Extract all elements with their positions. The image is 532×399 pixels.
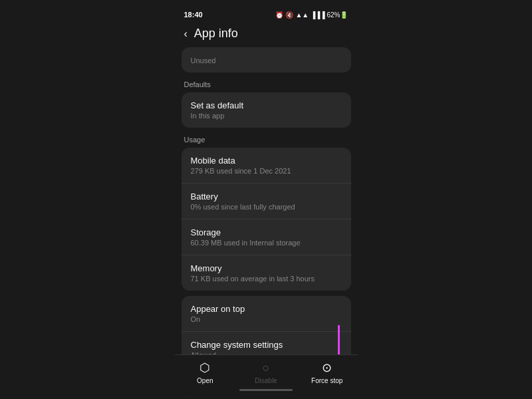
content-scroll: Unused Defaults Set as default In this a… — [175, 47, 358, 354]
truncated-text: Unused — [191, 57, 216, 65]
status-bar: 18:40 ⏰ 🔇 ▲▲ ▐▐▐ 62%🔋 — [175, 7, 358, 21]
annotation-arrow — [334, 325, 344, 354]
usage-label: Usage — [175, 130, 215, 146]
arrow-line — [338, 325, 340, 354]
battery-title: Battery — [191, 192, 342, 201]
storage-subtitle: 60.39 MB used in Internal storage — [191, 239, 342, 247]
nav-open[interactable]: ⬡ Open — [175, 355, 236, 390]
battery-item[interactable]: Battery 0% used since last fully charged — [182, 183, 351, 219]
disable-icon: ○ — [263, 361, 270, 375]
truncated-section: Unused — [182, 47, 351, 72]
change-system-settings-title: Change system settings — [191, 340, 342, 350]
app-header: ‹ App info — [175, 21, 358, 47]
home-bar — [239, 389, 293, 391]
disable-label: Disable — [255, 377, 277, 384]
home-indicator — [175, 390, 358, 392]
open-icon: ⬡ — [200, 360, 210, 375]
battery-subtitle: 0% used since last fully charged — [191, 203, 342, 211]
bottom-nav: ⬡ Open ○ Disable ⊙ Force stop — [175, 354, 358, 390]
defaults-card: Set as default In this app — [182, 92, 351, 128]
status-time: 18:40 — [184, 11, 203, 19]
appear-on-top-item[interactable]: Appear on top On — [182, 296, 351, 331]
mobile-data-item[interactable]: Mobile data 279 KB used since 1 Dec 2021 — [182, 148, 351, 183]
usage-card: Mobile data 279 KB used since 1 Dec 2021… — [182, 148, 351, 291]
change-system-settings-subtitle: Allowed — [191, 351, 342, 354]
set-as-default-item[interactable]: Set as default In this app — [182, 92, 351, 128]
set-as-default-title: Set as default — [191, 100, 342, 110]
permissions-card: Appear on top On Change system settings … — [182, 296, 351, 354]
storage-title: Storage — [191, 227, 342, 237]
signal-icon: ▐▐▐ — [311, 11, 325, 19]
force-stop-label: Force stop — [311, 377, 342, 384]
mobile-data-title: Mobile data — [191, 156, 342, 166]
mute-icon: 🔇 — [285, 11, 293, 19]
memory-item[interactable]: Memory 71 KB used on average in last 3 h… — [182, 255, 351, 291]
status-icons: ⏰ 🔇 ▲▲ ▐▐▐ 62%🔋 — [275, 11, 348, 19]
appear-on-top-title: Appear on top — [191, 304, 342, 314]
open-label: Open — [197, 377, 213, 384]
memory-subtitle: 71 KB used on average in last 3 hours — [191, 275, 342, 283]
defaults-label: Defaults — [175, 75, 220, 91]
page-title: App info — [194, 27, 238, 41]
back-button[interactable]: ‹ — [184, 28, 188, 40]
nav-disable: ○ Disable — [235, 355, 297, 390]
change-system-settings-item[interactable]: Change system settings Allowed — [182, 331, 351, 354]
battery-icon: 62%🔋 — [327, 11, 348, 19]
appear-on-top-subtitle: On — [191, 315, 342, 323]
alarm-icon: ⏰ — [275, 11, 283, 19]
set-as-default-subtitle: In this app — [191, 112, 342, 120]
force-stop-icon: ⊙ — [322, 360, 332, 375]
nav-force-stop[interactable]: ⊙ Force stop — [297, 355, 358, 390]
wifi-icon: ▲▲ — [295, 11, 309, 19]
memory-title: Memory — [191, 263, 342, 273]
storage-item[interactable]: Storage 60.39 MB used in Internal storag… — [182, 219, 351, 255]
mobile-data-subtitle: 279 KB used since 1 Dec 2021 — [191, 167, 342, 175]
